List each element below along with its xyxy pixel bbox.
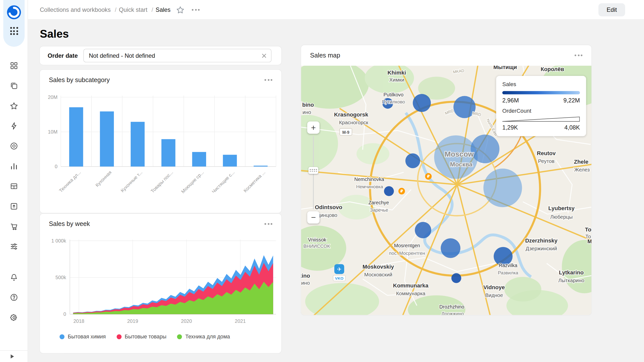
bar[interactable] xyxy=(192,152,206,166)
top-bar: Collections and workbooks Quick start Sa… xyxy=(28,0,644,20)
quick-start-icon[interactable] xyxy=(10,122,19,131)
card-title: Sales by subcategory xyxy=(49,76,110,84)
count-min: 1,29K xyxy=(502,124,518,131)
x-category-label: Моющие ср... xyxy=(180,170,205,194)
legend-item[interactable]: Техника для дома xyxy=(177,333,230,340)
charts-icon[interactable] xyxy=(10,162,19,171)
map-label: Moscow xyxy=(445,150,474,158)
map-label: Mosrentgen xyxy=(394,243,420,248)
x-tick: 2020 xyxy=(181,318,192,324)
bar[interactable] xyxy=(131,122,145,166)
map-label: Путилково xyxy=(382,99,405,104)
bar[interactable] xyxy=(100,111,114,167)
x-category-label: Техника дл... xyxy=(58,170,82,193)
map-label: Razvilka xyxy=(499,263,517,268)
breadcrumb-sales: Sales xyxy=(156,6,170,13)
sidebar-nav xyxy=(0,61,28,251)
map-bubble[interactable] xyxy=(471,135,499,163)
zoom-in-button[interactable]: + xyxy=(307,122,319,134)
count-max: 4,08K xyxy=(564,124,580,131)
map-bubble[interactable] xyxy=(483,169,522,207)
dashboard-content: Sales Order date Not defined - Not defin… xyxy=(28,20,644,362)
order-date-filter-card: Order date Not defined - Not defined xyxy=(40,46,281,65)
connections-icon[interactable] xyxy=(10,202,19,211)
favorite-star-icon[interactable] xyxy=(176,6,185,14)
map-label: Желез xyxy=(574,167,590,172)
collections-icon[interactable] xyxy=(10,81,19,90)
settings-sliders-icon[interactable] xyxy=(10,242,19,251)
area-chart[interactable]: 20182019202020211 000k500k0 xyxy=(40,236,281,331)
map-label: Vidnoye xyxy=(483,284,505,290)
datalens-logo[interactable] xyxy=(7,5,21,20)
map-label: Krasnogorsk xyxy=(334,111,369,118)
map-viewport[interactable]: M-9₽₽✈VKOKhimkiХимкиКоролёвМытищиPutilko… xyxy=(301,66,591,315)
map-label: Немчиновка xyxy=(356,184,383,189)
more-options-button[interactable] xyxy=(192,9,200,11)
legend-item[interactable]: Бытовые товары xyxy=(116,333,166,340)
map-label: Москва xyxy=(450,161,473,168)
map-label: Khimki xyxy=(388,70,406,76)
card-menu-button[interactable] xyxy=(264,223,272,225)
edit-button[interactable]: Edit xyxy=(599,3,625,16)
map-label: Коммунарка xyxy=(396,291,426,296)
bar[interactable] xyxy=(254,166,268,166)
svg-text:₽: ₽ xyxy=(400,189,403,193)
map-label: Lyubertsy xyxy=(548,205,575,211)
card-menu-button[interactable] xyxy=(575,54,582,56)
sidebar-collapse-button[interactable] xyxy=(11,354,14,358)
map-bubble[interactable] xyxy=(413,94,431,112)
bar[interactable] xyxy=(161,139,175,166)
map-bubble[interactable] xyxy=(451,273,461,283)
datasets-icon[interactable] xyxy=(10,182,19,191)
map-label: Видное xyxy=(485,292,503,298)
y-tick: 0 xyxy=(55,164,58,169)
x-category-label: Кухонная xyxy=(94,170,112,188)
sales-gradient xyxy=(502,91,580,94)
map-label: Drozhzhino xyxy=(439,304,464,310)
map-label: Дзержинский xyxy=(526,246,557,251)
map-label: kino xyxy=(301,273,310,279)
bar[interactable] xyxy=(69,107,83,166)
zoom-slider-handle[interactable] xyxy=(308,167,318,174)
legend-item[interactable]: Бытовая химия xyxy=(60,333,106,340)
map-bubble[interactable] xyxy=(415,222,431,238)
breadcrumb-collections[interactable]: Collections and workbooks xyxy=(40,6,119,13)
breadcrumb: Collections and workbooks Quick start Sa… xyxy=(40,6,170,13)
bar[interactable] xyxy=(223,155,237,166)
map-label: bino xyxy=(302,102,314,108)
map-label: ино xyxy=(303,109,311,115)
notifications-icon[interactable] xyxy=(10,273,19,282)
logo-container xyxy=(3,0,25,47)
order-date-filter-input[interactable]: Not defined - Not defined xyxy=(83,49,271,62)
map-bubble[interactable] xyxy=(441,238,460,258)
filter-value: Not defined - Not defined xyxy=(89,52,155,59)
sales-min: 2,96M xyxy=(502,97,519,104)
y-tick: 20M xyxy=(48,94,58,100)
x-category-label: Товары пос... xyxy=(150,170,174,194)
svg-text:₽: ₽ xyxy=(427,174,430,178)
map-label: Reutov xyxy=(537,150,556,156)
settings-icon[interactable] xyxy=(10,313,19,322)
sales-max: 9,22M xyxy=(563,97,580,104)
map-bubble[interactable] xyxy=(384,186,394,196)
help-icon[interactable] xyxy=(10,293,19,302)
map-label: Kommunarka xyxy=(393,282,429,289)
sales-map-card: Sales map xyxy=(301,45,591,315)
card-menu-button[interactable] xyxy=(264,79,272,81)
map-bubble[interactable] xyxy=(405,153,420,168)
sales-by-subcategory-card: Sales by subcategory 20M10M0Техника дл..… xyxy=(40,70,281,213)
x-category-label: Косметика ... xyxy=(243,170,266,193)
marketplace-icon[interactable] xyxy=(10,222,19,231)
favorites-icon[interactable] xyxy=(10,101,19,110)
monitoring-icon[interactable] xyxy=(10,142,19,151)
map-label: Dzerzhinsky xyxy=(525,237,558,244)
apps-grid-icon[interactable] xyxy=(9,26,19,36)
clear-filter-icon[interactable] xyxy=(261,53,267,58)
map-label: Реутов xyxy=(538,158,554,164)
filter-label: Order date xyxy=(48,52,78,59)
breadcrumb-quick-start[interactable]: Quick start xyxy=(119,6,156,13)
zoom-out-button[interactable]: − xyxy=(307,211,319,223)
bar-chart[interactable]: 20M10M0Техника дл...КухоннаяКухонные т..… xyxy=(40,92,281,213)
dashboards-icon[interactable] xyxy=(10,61,19,70)
map-label: Nemchinovka xyxy=(354,176,384,182)
